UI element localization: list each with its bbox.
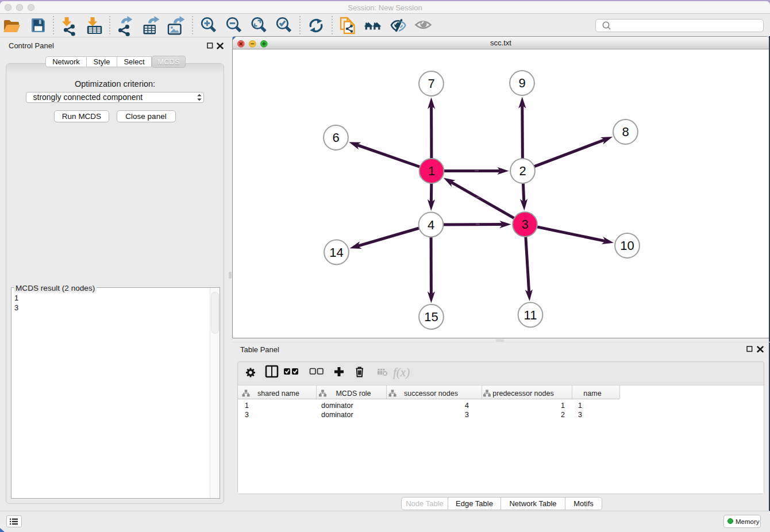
svg-text:11: 11 (524, 308, 537, 322)
svg-text:14: 14 (329, 245, 343, 260)
svg-text:15: 15 (424, 310, 438, 324)
svg-text:10: 10 (620, 238, 634, 253)
svg-text:1: 1 (428, 164, 435, 178)
svg-text:4: 4 (428, 218, 434, 232)
svg-text:f(x): f(x) (393, 365, 410, 379)
svg-text:6: 6 (332, 130, 339, 145)
svg-text:7: 7 (428, 76, 434, 91)
svg-text:2: 2 (519, 164, 526, 178)
svg-text:3: 3 (521, 217, 528, 232)
svg-text:8: 8 (622, 125, 629, 139)
svg-text:9: 9 (518, 76, 525, 90)
